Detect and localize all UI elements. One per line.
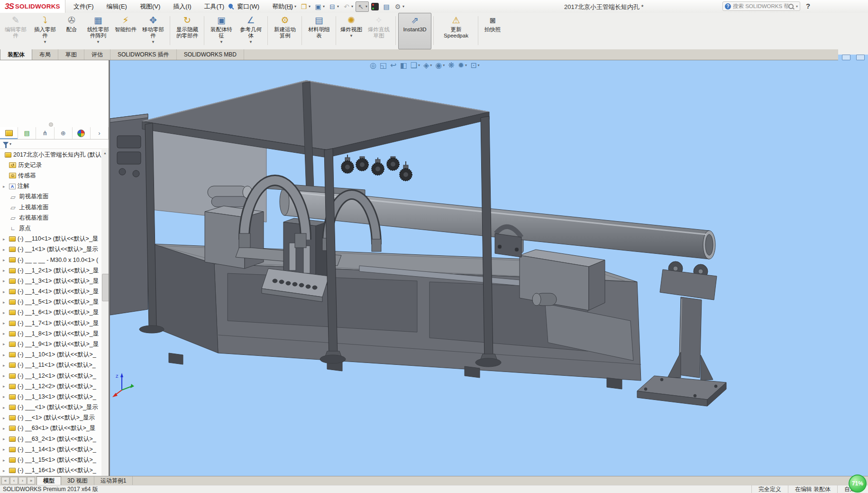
tab-solidworks-mbd[interactable]: SOLIDWORKS MBD	[177, 49, 244, 60]
tree-item[interactable]: ▸ (-) __1_5<1> (默认<<默认>_显	[0, 297, 101, 307]
section-view-icon[interactable]: ◧ ▾	[400, 61, 407, 70]
expand-arrow-icon[interactable]: ▸	[3, 237, 9, 242]
open-button[interactable]: ❐ ▾	[299, 1, 312, 12]
tab-layout[interactable]: 布局	[32, 49, 58, 60]
insert-components-button[interactable]: ⤵ 插入零部件 ▼	[30, 13, 60, 49]
expand-arrow-icon[interactable]: ▸	[3, 258, 9, 262]
tree-item[interactable]: ▸ (-) __1_10<1> (默认<<默认>_	[0, 350, 101, 360]
menu-item[interactable]: 视图(V)	[140, 2, 160, 11]
graphics-viewport[interactable]: ◎ ▾ ◱ ▾ ↩ ▾ ◧ ▾ ❑ ▾ ◈	[110, 60, 868, 476]
dropdown-caret-icon[interactable]: ▾	[402, 4, 404, 9]
expand-arrow-icon[interactable]: ▸	[3, 394, 9, 399]
assembly-features-button[interactable]: ▣ 装配体特征 ▼	[207, 13, 236, 49]
reference-geometry-button[interactable]: ∠ 参考几何体 ▼	[236, 13, 265, 49]
tree-item[interactable]: ▸ ⊙ 传感器	[0, 170, 101, 181]
tab-assembly[interactable]: 装配体	[0, 49, 32, 60]
tree-vertical-scrollbar[interactable]: ▲ ▼	[101, 149, 109, 476]
tree-item[interactable]: ▸ (-) __1_7<1> (默认<<默认>_显	[0, 318, 101, 328]
tab-sketch[interactable]: 草图	[58, 49, 84, 60]
dropdown-caret-icon[interactable]: ▾	[465, 63, 467, 67]
print-button[interactable]: ⊟ ▾	[327, 1, 340, 12]
tree-item[interactable]: ▸ (-) __1_4<1> (默认<<默认>_显	[0, 286, 101, 297]
dropdown-caret-icon[interactable]: ▾	[323, 4, 325, 9]
edit-appearance-icon[interactable]: ❋ ▾	[448, 61, 454, 70]
new-document-button[interactable]: ❏ ▾	[284, 1, 298, 12]
scroll-up-icon[interactable]: ▲	[101, 149, 109, 157]
mate-button[interactable]: ✇ 配合 ▼	[60, 13, 83, 49]
filter-caret-icon[interactable]: ▾	[9, 142, 11, 146]
linear-component-pattern-button[interactable]: ▦ 线性零部件阵列 ▼	[83, 13, 113, 49]
expand-arrow-icon[interactable]: ▸	[3, 331, 9, 336]
tree-item[interactable]: ▸ (-) __1_15<1> (默认<<默认>_	[0, 455, 101, 465]
zoom-area-icon[interactable]: ◱ ▾	[380, 61, 387, 70]
featuremanager-tab[interactable]	[0, 127, 18, 139]
dropdown-caret-icon[interactable]: ▼	[349, 34, 353, 38]
tree-item[interactable]: ▸ 2017北京小王管端长短内孔 (默认<	[0, 149, 101, 160]
show-hidden-components-button[interactable]: ↻ 显示隐藏的零部件 ▼	[173, 13, 202, 49]
expand-arrow-icon[interactable]: ▸	[3, 342, 9, 346]
tree-item[interactable]: ▸ (-) __63_2<1> (默认<<默认>_	[0, 434, 101, 444]
tree-item[interactable]: ▸ (-) __1_11<1> (默认<<默认>_	[0, 360, 101, 371]
move-component-button[interactable]: ✥ 移动零部件 ▼	[138, 13, 168, 49]
explode-line-sketch-button[interactable]: ✧ 爆炸直线草图 ▼	[364, 13, 393, 49]
restore-document-icon[interactable]	[842, 55, 850, 60]
dropdown-caret-icon[interactable]: ▼	[151, 40, 155, 44]
tree-item[interactable]: ▸ (-) __1<1> (默认<<默认>_显示	[0, 244, 101, 255]
displaymanager-tab[interactable]	[73, 127, 91, 139]
expand-arrow-icon[interactable]: ▸	[3, 437, 9, 441]
options-button[interactable]: ⚙ ▾	[393, 1, 406, 12]
tree-item[interactable]: ▸ ▱ 上视基准面	[0, 202, 101, 213]
undo-button[interactable]: ↶ ▾	[341, 1, 355, 12]
tab-nav-arrow-icon[interactable]: ‹	[10, 477, 18, 484]
tree-item[interactable]: ▸ (-) __1_16<1> (默认<<默认>_	[0, 465, 101, 476]
3d-views-tab[interactable]: 3D 视图	[61, 476, 94, 485]
expand-arrow-icon[interactable]: ▸	[3, 300, 9, 305]
dimxpertmanager-tab[interactable]: ⊕	[55, 127, 73, 139]
tree-item[interactable]: ▸ A 注解	[0, 181, 101, 192]
expand-arrow-icon[interactable]: ▸	[3, 416, 9, 420]
machine-assembly-3d-model[interactable]	[110, 60, 868, 476]
bill-of-materials-button[interactable]: ▤ 材料明细表 ▼	[304, 13, 334, 49]
tree-filter-bar[interactable]: ▾	[0, 139, 109, 149]
expand-arrow-icon[interactable]: ▸	[3, 247, 9, 252]
close-document-icon[interactable]	[856, 55, 865, 60]
rebuild-button[interactable]: ▾	[370, 1, 380, 12]
expand-arrow-icon[interactable]: ▸	[3, 426, 9, 431]
previous-view-icon[interactable]: ↩ ▾	[390, 61, 396, 70]
tab-nav-arrow-icon[interactable]: »	[27, 477, 35, 484]
expand-arrow-icon[interactable]: ▸	[3, 321, 9, 326]
take-snapshot-button[interactable]: ◙ 拍快照 ▼	[481, 13, 504, 49]
expand-arrow-icon[interactable]: ▸	[3, 184, 9, 189]
dropdown-caret-icon[interactable]: ▾	[443, 63, 445, 67]
select-tool-button[interactable]: ↖ ▾	[356, 1, 369, 12]
expand-panel-button[interactable]: ›	[91, 127, 109, 139]
expand-arrow-icon[interactable]: ▸	[3, 468, 9, 473]
dropdown-caret-icon[interactable]: ▾	[418, 63, 420, 67]
zoom-fit-icon[interactable]: ◎ ▾	[370, 61, 376, 70]
tree-item[interactable]: ▸ (-) __1_12<1> (默认<<默认>_	[0, 371, 101, 381]
apply-scene-icon[interactable]: ✹ ▾	[458, 61, 467, 70]
hide-show-items-icon[interactable]: ◉ ▾	[435, 61, 445, 70]
dropdown-caret-icon[interactable]: ▾	[351, 4, 353, 9]
expand-arrow-icon[interactable]: ▸	[3, 373, 9, 378]
exploded-view-button[interactable]: ✺ 爆炸视图 ▼	[338, 13, 364, 49]
menu-item[interactable]: 编辑(E)	[107, 2, 127, 11]
configurationmanager-tab[interactable]: ⋔	[36, 127, 54, 139]
tree-item[interactable]: ▸ (-) __ _ __ - M30.0 x 10.0<1> (	[0, 255, 101, 265]
tree-item[interactable]: ▸ (-) ___<1> (默认<<默认>_显示	[0, 402, 101, 413]
expand-arrow-icon[interactable]: ▸	[3, 310, 9, 315]
dropdown-caret-icon[interactable]: ▾	[478, 63, 480, 67]
expand-arrow-icon[interactable]: ▸	[3, 279, 9, 283]
instant3d-button[interactable]: ⇗ Instant3D ▼	[398, 13, 431, 49]
view-orientation-icon[interactable]: ❑ ▾	[411, 61, 420, 70]
search-icon[interactable]	[788, 4, 794, 9]
dropdown-caret-icon[interactable]: ▾	[309, 4, 311, 9]
tree-item[interactable]: ▸ ∟ 原点	[0, 223, 101, 233]
tree-item[interactable]: ▸ (-) __1_2<1> (默认<<默认>_显	[0, 265, 101, 276]
search-caret-icon[interactable]: ▾	[796, 4, 798, 9]
tree-item[interactable]: ▸ ▱ 右视基准面	[0, 213, 101, 223]
smart-fasteners-button[interactable]: ⚡ 智能扣件 ▼	[113, 13, 138, 49]
dropdown-caret-icon[interactable]: ▾	[365, 4, 367, 9]
menu-item[interactable]: 工具(T)	[204, 2, 225, 11]
scrollbar-thumb[interactable]	[102, 274, 109, 301]
